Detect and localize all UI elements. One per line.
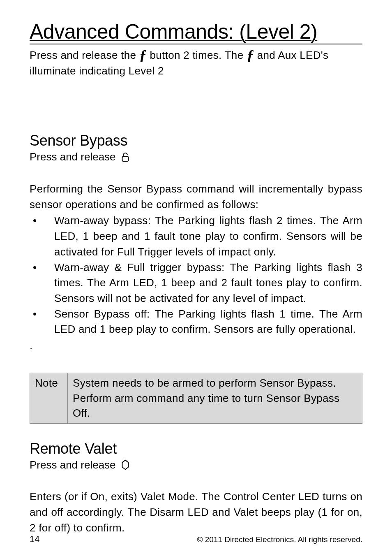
- page-title: Advanced Commands: (Level 2): [30, 20, 362, 44]
- sensor-bypass-bullets: Warn-away bypass: The Parking lights fla…: [30, 213, 362, 337]
- remote-valet-heading: Remote Valet: [30, 440, 362, 457]
- aux-icon: [119, 459, 131, 471]
- intro-text-1: and release the: [58, 49, 139, 61]
- press-label: Press: [30, 151, 57, 163]
- note-label: Note: [30, 373, 68, 423]
- svg-rect-0: [122, 157, 128, 161]
- and-release-text: and release: [57, 151, 115, 163]
- page-number: 14: [30, 534, 39, 545]
- sensor-bypass-heading: Sensor Bypass: [30, 132, 362, 149]
- bullet-item: Warn-away bypass: The Parking lights fla…: [30, 213, 362, 260]
- remote-valet-body: Enters (or if On, exits) Valet Mode. The…: [30, 489, 362, 536]
- press-label: Press: [30, 49, 58, 61]
- note-content: System needs to be armed to perform Sens…: [68, 373, 362, 423]
- trailing-dot: .: [30, 338, 362, 353]
- bullet-item: Sensor Bypass off: The Parking lights fl…: [30, 306, 362, 337]
- sensor-bypass-body: Performing the Sensor Bypass command wil…: [30, 181, 362, 212]
- bullet-item: Warn-away & Full trigger bypass: The Par…: [30, 260, 362, 306]
- f-icon: ƒ: [139, 49, 147, 61]
- bullet-bold: Warn-away & Full trigger bypass:: [54, 261, 225, 274]
- f-icon: ƒ: [247, 49, 254, 61]
- intro-paragraph: Press and release the ƒ button 2 times. …: [30, 48, 362, 79]
- page-footer: 14 © 2011 Directed Electronics. All righ…: [30, 534, 362, 545]
- bullet-bold: Sensor Bypass off:: [54, 308, 150, 320]
- bullet-bold: Warn-away bypass:: [54, 214, 151, 227]
- press-label: Press: [30, 459, 57, 471]
- lock-icon: [119, 151, 131, 163]
- and-release-text: and release: [57, 459, 115, 471]
- intro-text-2: button 2 times. The: [147, 49, 247, 61]
- note-box: Note System needs to be armed to perform…: [30, 373, 362, 423]
- copyright-text: © 2011 Directed Electronics. All rights …: [197, 535, 362, 544]
- remote-valet-press-line: Press and release: [30, 457, 362, 473]
- sensor-bypass-press-line: Press and release: [30, 149, 362, 165]
